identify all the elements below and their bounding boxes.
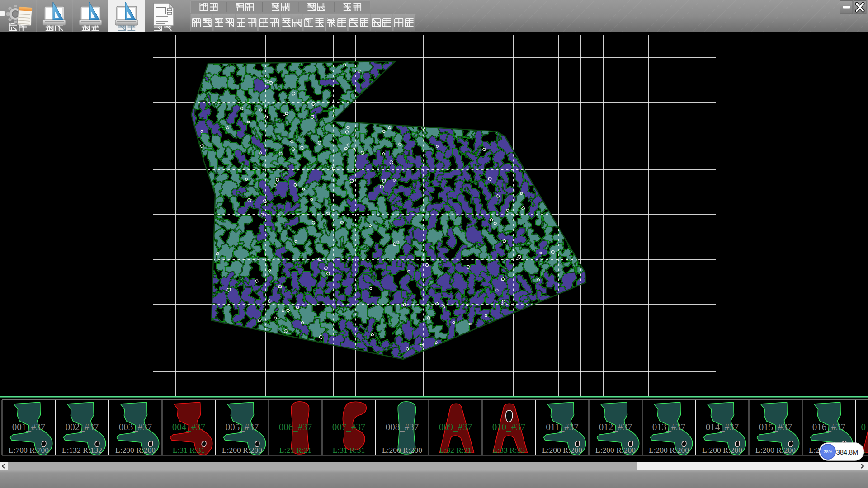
svg-text:003_#37: 003_#37 (119, 422, 152, 432)
svg-text:006_#37: 006_#37 (279, 422, 312, 432)
svg-text:L:200 R:200: L:200 R:200 (595, 446, 636, 455)
svg-text:L:700 R:700: L:700 R:700 (9, 446, 49, 455)
svg-text:L:21 R:21: L:21 R:21 (279, 446, 311, 455)
svg-text:009_#37: 009_#37 (439, 422, 472, 432)
svg-text:L:200 R:200: L:200 R:200 (755, 446, 796, 455)
svg-text:005_#37: 005_#37 (226, 422, 259, 432)
svg-text:0: 0 (861, 422, 866, 432)
svg-text:L:200 R:200: L:200 R:200 (702, 446, 742, 455)
svg-text:016_#37: 016_#37 (812, 422, 846, 432)
svg-text:38%: 38% (824, 449, 833, 454)
svg-text:007_#37: 007_#37 (332, 422, 366, 432)
svg-text:013_#37: 013_#37 (652, 422, 686, 432)
svg-text:L:33 R:33: L:33 R:33 (493, 446, 525, 455)
svg-text:015_#37: 015_#37 (759, 422, 793, 432)
svg-text:L:31 R:31: L:31 R:31 (173, 446, 205, 455)
svg-text:011_#37: 011_#37 (546, 422, 579, 432)
svg-text:014_#37: 014_#37 (706, 422, 739, 432)
svg-text:L:31 R:31: L:31 R:31 (333, 446, 365, 455)
svg-text:L:200 R:200: L:200 R:200 (542, 446, 582, 455)
svg-text:010_#37: 010_#37 (492, 422, 526, 432)
svg-text:L:200 R:200: L:200 R:200 (382, 446, 422, 455)
svg-text:L:32 R:31: L:32 R:31 (439, 446, 472, 455)
svg-text:008_#37: 008_#37 (386, 422, 419, 432)
svg-text:L:200 R:200: L:200 R:200 (649, 446, 689, 455)
svg-text:012_#37: 012_#37 (599, 422, 632, 432)
svg-text:L:200 R:200: L:200 R:200 (115, 446, 156, 455)
svg-text:002_#37: 002_#37 (66, 422, 99, 432)
svg-text:384.8M: 384.8M (836, 449, 858, 456)
svg-text:004_#37: 004_#37 (172, 422, 206, 432)
svg-text:L:132 R:132: L:132 R:132 (62, 446, 102, 455)
svg-text:001_#37: 001_#37 (12, 422, 46, 432)
svg-text:L:200 R:200: L:200 R:200 (222, 446, 262, 455)
